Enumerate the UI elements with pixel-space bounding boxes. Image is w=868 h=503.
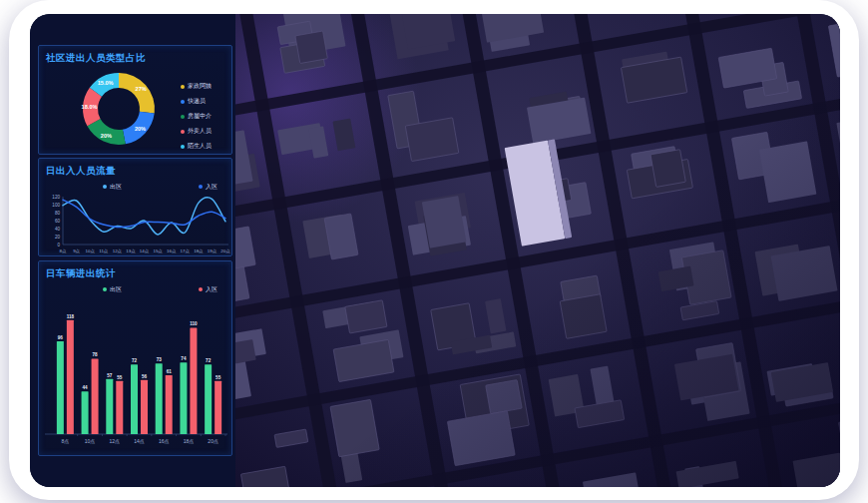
x-axis-tick: 17点 xyxy=(181,249,191,253)
bar-入区[interactable] xyxy=(67,320,74,434)
bar-value-label: 73 xyxy=(157,357,163,362)
donut-card: 社区进出人员类型占比 27%20%20%18.0%15.0% 家政阿姨 快递员 … xyxy=(38,45,232,155)
y-axis-tick: 100 xyxy=(52,203,60,208)
x-axis-tick: 8点 xyxy=(60,249,67,253)
legend-dot xyxy=(181,100,185,104)
donut-slice-label: 15.0% xyxy=(98,80,114,86)
bar-value-label: 55 xyxy=(216,375,221,380)
legend-item[interactable]: 出区 xyxy=(103,182,122,192)
bar-出区[interactable] xyxy=(57,341,64,434)
x-axis-tick: 10点 xyxy=(86,249,96,253)
legend-dot xyxy=(181,85,185,89)
x-axis-tick: 16点 xyxy=(167,249,177,253)
bar-value-label: 55 xyxy=(117,375,123,380)
bar-value-label: 72 xyxy=(132,358,138,363)
bar-入区[interactable] xyxy=(190,327,197,434)
donut-legend: 家政阿姨 快递员 房屋中介 外卖人员 陌生人员 xyxy=(181,82,228,157)
bar-出区[interactable] xyxy=(106,379,113,434)
donut-slice[interactable] xyxy=(119,73,155,114)
bar-出区[interactable] xyxy=(131,364,138,434)
y-axis-tick: 60 xyxy=(55,219,61,224)
legend-item[interactable]: 出区 xyxy=(103,284,122,294)
legend-dot xyxy=(181,130,185,134)
legend-label: 家政阿姨 xyxy=(188,82,212,91)
bar-value-label: 110 xyxy=(190,321,198,326)
line-series-入区 xyxy=(63,200,225,227)
line-card-title: 日出入人员流量 xyxy=(39,159,231,180)
line-chart-card: 日出入人员流量 出区 入区 0204060801001208点9点10点11点1… xyxy=(38,158,232,256)
x-axis-tick: 13点 xyxy=(126,249,136,253)
bar-value-label: 74 xyxy=(181,356,187,361)
x-axis-tick: 15点 xyxy=(153,249,163,253)
legend-item[interactable]: 入区 xyxy=(199,284,217,294)
x-axis-tick: 20点 xyxy=(220,249,230,253)
legend-item[interactable]: 房屋中介 xyxy=(181,112,228,121)
bar-value-label: 72 xyxy=(206,358,212,363)
legend-dot xyxy=(181,145,185,149)
bar-value-label: 44 xyxy=(83,385,89,390)
bar-value-label: 78 xyxy=(93,352,99,357)
donut-slice-label: 20% xyxy=(135,126,146,132)
x-axis-tick: 12点 xyxy=(110,438,121,444)
legend-item[interactable]: 入区 xyxy=(199,182,217,192)
bar-card-title: 日车辆进出统计 xyxy=(39,261,231,282)
legend-dot xyxy=(103,287,107,291)
legend-item[interactable]: 家政阿姨 xyxy=(181,82,228,91)
legend-label: 房屋中介 xyxy=(188,112,212,121)
legend-label: 快递员 xyxy=(188,97,206,106)
bar-value-label: 96 xyxy=(58,335,64,340)
y-axis-tick: 80 xyxy=(55,211,61,216)
bar-value-label: 118 xyxy=(67,314,75,319)
donut-slice-label: 18.0% xyxy=(82,104,98,110)
legend-item[interactable]: 外卖人员 xyxy=(181,127,228,136)
bar-出区[interactable] xyxy=(156,363,163,434)
x-axis-tick: 18点 xyxy=(194,249,204,253)
x-axis-tick: 19点 xyxy=(208,249,217,253)
x-axis-tick: 9点 xyxy=(73,249,80,253)
legend-label: 出区 xyxy=(110,285,122,294)
legend-label: 入区 xyxy=(206,285,217,294)
x-axis-tick: 14点 xyxy=(140,249,150,253)
bar-出区[interactable] xyxy=(205,364,212,434)
bar-入区[interactable] xyxy=(92,358,99,434)
x-axis-tick: 14点 xyxy=(134,438,145,444)
bar-chart-card: 日车辆进出统计 出区 入区 8点9611810点447812点575514点72… xyxy=(38,260,232,456)
legend-item[interactable]: 快递员 xyxy=(181,97,228,106)
x-axis-tick: 8点 xyxy=(61,438,69,444)
bar-入区[interactable] xyxy=(166,375,173,434)
donut-slice-label: 27% xyxy=(136,86,147,92)
donut-slice-label: 20% xyxy=(101,133,112,139)
city-map-canvas xyxy=(235,14,840,487)
legend-dot xyxy=(181,115,185,119)
dashboard-screen: 社区进出人员类型占比 27%20%20%18.0%15.0% 家政阿姨 快递员 … xyxy=(30,14,840,487)
legend-item[interactable]: 陌生人员 xyxy=(181,142,228,151)
device-frame: 社区进出人员类型占比 27%20%20%18.0%15.0% 家政阿姨 快递员 … xyxy=(9,0,859,500)
legend-label: 外卖人员 xyxy=(188,127,212,136)
legend-dot xyxy=(199,185,203,189)
bar-chart[interactable]: 8点9611810点447812点575514点725616点736118点74… xyxy=(39,294,231,454)
y-axis-tick: 0 xyxy=(57,243,60,248)
x-axis-tick: 20点 xyxy=(208,438,218,444)
bar-value-label: 61 xyxy=(167,369,173,374)
bar-入区[interactable] xyxy=(215,381,221,434)
x-axis-tick: 18点 xyxy=(184,438,195,444)
legend-label: 出区 xyxy=(110,183,122,192)
bar-value-label: 56 xyxy=(142,374,148,379)
legend-label: 入区 xyxy=(206,183,217,192)
line-chart[interactable]: 0204060801001208点9点10点11点12点13点14点15点16点… xyxy=(39,192,231,257)
bar-入区[interactable] xyxy=(141,380,148,434)
bar-入区[interactable] xyxy=(116,381,123,434)
x-axis-tick: 16点 xyxy=(159,438,170,444)
bar-出区[interactable] xyxy=(82,391,89,434)
legend-dot xyxy=(103,185,107,189)
bar-出区[interactable] xyxy=(180,362,187,434)
legend-dot xyxy=(199,287,203,291)
x-axis-tick: 12点 xyxy=(113,249,123,253)
line-legend: 出区 入区 xyxy=(39,180,231,192)
city-map-3d[interactable] xyxy=(235,14,840,487)
y-axis-tick: 120 xyxy=(52,195,60,200)
donut-card-title: 社区进出人员类型占比 xyxy=(39,46,231,67)
x-axis-tick: 11点 xyxy=(99,249,109,253)
bar-legend: 出区 入区 xyxy=(39,282,231,294)
y-axis-tick: 40 xyxy=(55,227,61,232)
